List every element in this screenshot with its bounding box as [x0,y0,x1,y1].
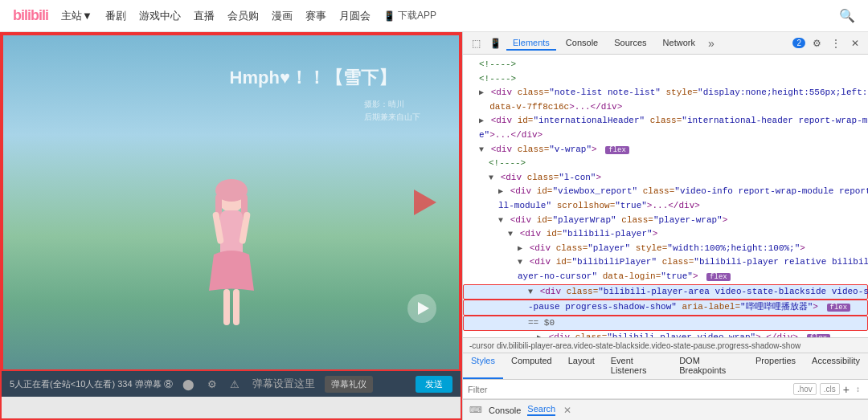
svg-rect-6 [233,289,240,325]
character-silhouette [183,178,280,339]
video-area: div.bilibili-player-area.video-state-bla… [0,32,462,420]
svg-rect-5 [223,289,230,325]
settings-icon[interactable]: ⚙ [809,35,825,51]
tab-properties[interactable]: Properties [747,353,804,379]
close-devtools-icon[interactable]: ✕ [847,35,863,51]
settings-icon[interactable]: ⚙ [204,377,220,392]
console-icon: ⌨ [469,405,482,415]
selected-html-line-cont[interactable]: -pause progress-shadow-show" aria-label=… [463,300,868,316]
tab-dom-breakpoints[interactable]: DOM Breakpoints [671,353,747,379]
phone-icon: 📱 [383,10,395,22]
arrow-indicator [414,190,436,215]
main-layout: div.bilibili-player-area.video-state-bla… [0,32,868,420]
inspect-element-icon[interactable]: ⬚ [468,35,484,51]
nav-anime[interactable]: 番剧 [105,9,126,23]
vertical-dots-icon[interactable]: ⋮ [828,35,844,51]
filter-add-button[interactable]: + [843,383,850,396]
filter-hov-tag[interactable]: .hov [793,383,817,395]
tab-console[interactable]: Console [559,36,604,51]
tab-network[interactable]: Network [657,36,702,51]
filter-extra-icon: ↕ [853,384,863,394]
nav-moon[interactable]: 月圆会 [339,9,371,23]
arrow-right-icon [414,190,436,215]
nav-manga[interactable]: 漫画 [272,9,293,23]
tab-event-listeners[interactable]: Event Listeners [603,353,671,379]
download-label: 下载APP [398,9,436,22]
tab-sources[interactable]: Sources [608,36,653,51]
html-line: ▼ <div id="playerWrap" class="player-wra… [463,214,868,228]
more-tabs-icon[interactable]: » [705,37,718,50]
html-line: ▼ <div class="v-wrap"> flex [463,143,868,157]
html-line: ▼ <div class="l-con"> [463,171,868,186]
breadcrumb-text: -cursor div.bilibili-player-area.video-s… [469,341,800,350]
tab-accessibility[interactable]: Accessibility [804,353,868,379]
tab-console-bottom[interactable]: Console [489,406,521,415]
video-player[interactable]: Hmph♥！！【雪下】 摄影：晴川 后期兼来自山下 [2,34,461,371]
filter-cls-tag[interactable]: .cls [820,383,840,395]
tab-layout[interactable]: Layout [560,353,603,379]
devtools-breadcrumb: -cursor div.bilibili-player-area.video-s… [463,337,868,353]
filter-input[interactable] [468,385,790,394]
video-credit: 摄影：晴川 后期兼来自山下 [364,98,420,124]
video-title-overlay: Hmph♥！！【雪下】 [230,66,396,90]
html-tree[interactable]: <!----> <!----> ▶ <div class="note-list … [463,55,868,337]
html-line: ▶ <div class="note-list note-list" style… [463,86,868,100]
play-button[interactable] [407,294,436,323]
search-icon[interactable]: 🔍 [839,8,855,23]
html-line: ▶ <div id="internationalHeader" class="i… [463,114,868,128]
tab-styles[interactable]: Styles [463,353,503,379]
danmaku-settings[interactable]: 弹幕设置这里 [249,375,318,393]
tab-elements[interactable]: Elements [506,36,556,51]
warning-icon[interactable]: ⚠ [227,377,243,392]
nav-home[interactable]: 主站▼ [61,9,92,23]
html-line: ▶ <div id="viewbox_report" class="video-… [463,185,868,199]
error-badge: 2 [792,38,805,48]
html-line: <!----> [463,72,868,87]
nav-esports[interactable]: 赛事 [305,9,326,23]
devtools-panel: ⬚ 📱 Elements Console Sources Network » 2… [462,32,868,420]
gift-button[interactable]: 弹幕礼仪 [325,376,373,393]
tab-search-bottom[interactable]: Search [527,404,555,416]
video-bottom-bar: 5人正在看(全站<10人在看) 334 弹弹幕 ⑧ ⬤ ⚙ ⚠ 弹幕设置这里 弹… [2,371,461,397]
html-line: ll-module" scrollshow="true">...</div> [463,199,868,214]
search-close-icon[interactable]: ✕ [563,405,571,416]
device-toolbar-icon[interactable]: 📱 [487,35,503,51]
nav-live[interactable]: 直播 [194,9,215,23]
send-button[interactable]: 发送 [416,376,452,393]
bilibili-logo[interactable]: bilibili [13,7,48,24]
selected-html-line[interactable]: ▼ <div class="bilibili-player-area video… [463,284,868,300]
html-line: e">...</div> [463,128,868,143]
html-line: data-v-7ff8c16c>...</div> [463,100,868,115]
tab-computed[interactable]: Computed [503,353,560,379]
console-bar: ⌨ Console Search ✕ [463,399,868,420]
credit-line2: 后期兼来自山下 [364,111,420,124]
credit-line1: 摄影：晴川 [364,98,420,111]
html-line: ▶ <div class="player" style="width:100%;… [463,242,868,256]
danmaku-toggle[interactable]: ⬤ [179,377,198,392]
html-line: ▼ <div id="bilibiliPlayer" class="bilibi… [463,255,868,270]
nav-game[interactable]: 游戏中心 [139,9,181,23]
devtools-toolbar: ⬚ 📱 Elements Console Sources Network » 2… [463,32,868,55]
top-nav: bilibili 主站▼ 番剧 游戏中心 直播 会员购 漫画 赛事 月圆会 📱 … [0,0,868,32]
html-line: ▶ <div class="bilibili-player-video-wrap… [463,331,868,337]
html-line: <!----> [463,157,868,171]
dollar-zero-marker: == $0 [463,316,868,332]
nav-download-link[interactable]: 📱 下载APP [383,9,436,22]
toolbar-right: 2 ⚙ ⋮ ✕ [792,35,863,51]
nav-vip[interactable]: 会员购 [227,9,259,23]
play-icon [418,302,429,315]
lower-tabs-bar: Styles Computed Layout Event Listeners D… [463,353,868,380]
filter-bar: .hov .cls + ↕ [463,380,868,399]
html-line: <!----> [463,58,868,72]
html-line: ayer-no-cursor" data-login="true"> flex [463,270,868,284]
html-line: ▼ <div id="bilibili-player"> [463,227,868,242]
live-count: 5人正在看(全站<10人在看) 334 弹弹幕 ⑧ [10,378,173,390]
